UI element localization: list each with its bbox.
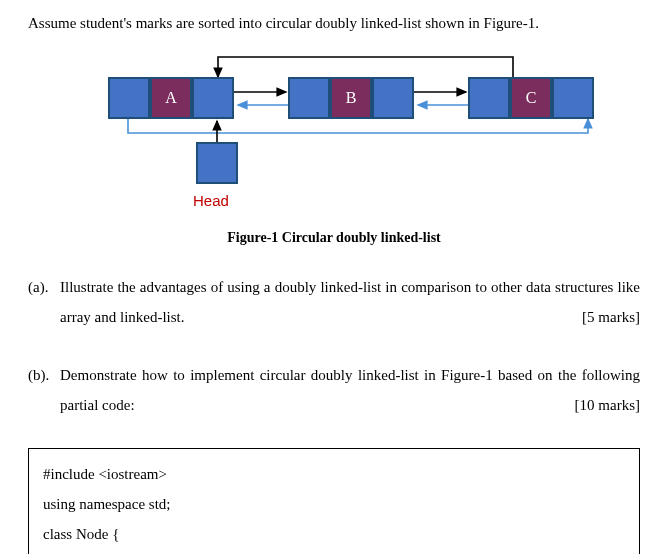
head-node (196, 142, 238, 184)
diagram-arrows (68, 47, 628, 197)
question-a-marks: [5 marks] (582, 302, 640, 332)
node-a: A (108, 77, 234, 119)
node-c: C (468, 77, 594, 119)
node-b-next (372, 77, 414, 119)
linked-list-diagram: A B C Head (68, 47, 628, 187)
node-b-prev (288, 77, 330, 119)
code-line-1: #include <iostream> (43, 459, 625, 489)
question-b: (b). Demonstrate how to implement circul… (28, 360, 640, 420)
code-line-2: using namespace std; (43, 489, 625, 519)
code-line-4: public: (43, 549, 625, 555)
head-label: Head (193, 190, 229, 213)
code-block: #include <iostream> using namespace std;… (28, 448, 640, 555)
figure-caption: Figure-1 Circular doubly linked-list (28, 227, 640, 248)
code-line-3: class Node { (43, 519, 625, 549)
question-a-body: Illustrate the advantages of using a dou… (60, 272, 640, 332)
node-c-next (552, 77, 594, 119)
node-b: B (288, 77, 414, 119)
node-a-data: A (150, 77, 192, 119)
node-a-next (192, 77, 234, 119)
intro-text: Assume student's marks are sorted into c… (28, 12, 640, 35)
node-a-prev (108, 77, 150, 119)
question-b-body: Demonstrate how to implement circular do… (60, 360, 640, 420)
node-c-data: C (510, 77, 552, 119)
question-a: (a). Illustrate the advantages of using … (28, 272, 640, 332)
question-b-marks: [10 marks] (575, 390, 640, 420)
question-b-label: (b). (28, 360, 60, 420)
question-b-text: Demonstrate how to implement circular do… (60, 367, 640, 413)
node-c-prev (468, 77, 510, 119)
node-b-data: B (330, 77, 372, 119)
question-a-label: (a). (28, 272, 60, 332)
question-a-text: Illustrate the advantages of using a dou… (60, 279, 640, 325)
